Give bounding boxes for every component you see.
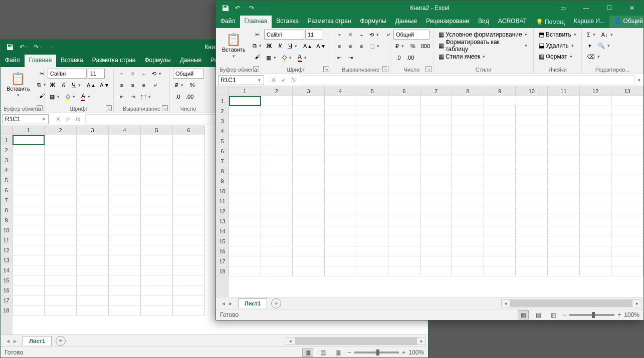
row-header[interactable]: 11 — [1, 235, 13, 245]
cell[interactable] — [173, 205, 205, 215]
cell[interactable] — [484, 206, 516, 216]
row-header[interactable]: 3 — [1, 155, 13, 165]
number-format-input[interactable] — [393, 30, 430, 40]
cell[interactable] — [229, 196, 261, 206]
cell[interactable] — [325, 176, 357, 186]
cell[interactable] — [77, 225, 109, 235]
dec-decimal-icon[interactable]: .00 — [404, 53, 416, 63]
tab-acrobat[interactable]: ACROBAT — [494, 16, 531, 28]
cell[interactable] — [452, 106, 484, 116]
cell[interactable] — [452, 206, 484, 216]
cell[interactable] — [141, 145, 173, 155]
col-header[interactable]: 3 — [77, 125, 109, 135]
cell[interactable] — [13, 285, 45, 295]
cell[interactable] — [293, 96, 325, 106]
row-header[interactable]: 17 — [1, 295, 13, 305]
cell[interactable] — [45, 195, 77, 205]
zoom-in-icon[interactable]: + — [402, 349, 405, 356]
cell[interactable] — [611, 266, 643, 276]
row-header[interactable]: 14 — [1, 265, 13, 275]
cell[interactable] — [141, 195, 173, 205]
italic-button[interactable]: К — [275, 41, 285, 51]
cell[interactable] — [293, 136, 325, 146]
save-icon[interactable] — [5, 42, 16, 53]
cell[interactable] — [484, 246, 516, 256]
sheet-prev-icon[interactable]: ◂ — [7, 337, 10, 344]
col-header[interactable]: 6 — [388, 86, 420, 96]
cell[interactable] — [13, 265, 45, 275]
cell[interactable] — [452, 166, 484, 176]
zoom-level[interactable]: 100% — [408, 349, 424, 356]
cell[interactable] — [356, 256, 388, 266]
minimize-icon[interactable]: — — [574, 1, 597, 16]
cell[interactable] — [77, 135, 109, 145]
cell[interactable] — [516, 156, 548, 166]
cell[interactable] — [325, 126, 357, 136]
cell[interactable] — [77, 165, 109, 175]
cell[interactable] — [548, 106, 580, 116]
cell[interactable] — [548, 216, 580, 226]
borders-icon[interactable]: ▦▾ — [48, 92, 63, 102]
cell-styles-button[interactable]: ▦Стили ячеек▾ — [437, 52, 530, 62]
cell[interactable] — [13, 195, 45, 205]
cell[interactable] — [548, 136, 580, 146]
cell[interactable] — [452, 116, 484, 126]
cell[interactable] — [13, 295, 45, 305]
row-header[interactable]: 16 — [216, 246, 229, 256]
cell[interactable] — [548, 166, 580, 176]
cell[interactable] — [420, 176, 453, 186]
cell[interactable] — [580, 256, 612, 266]
cell[interactable] — [229, 246, 261, 256]
cell[interactable] — [325, 96, 357, 106]
cell[interactable] — [325, 246, 357, 256]
cell[interactable] — [356, 156, 388, 166]
row-header[interactable]: 8 — [216, 166, 229, 176]
cell[interactable] — [611, 186, 643, 196]
insert-cells-button[interactable]: ⬒Вставить▾ — [537, 30, 579, 40]
horizontal-scrollbar[interactable]: ◂▸ — [286, 337, 426, 345]
cell[interactable] — [325, 196, 357, 206]
cell[interactable] — [356, 96, 388, 106]
cell[interactable] — [420, 196, 453, 206]
cell[interactable] — [141, 235, 173, 245]
underline-button[interactable]: Ч▾ — [70, 80, 84, 90]
cell[interactable] — [388, 136, 420, 146]
cell[interactable] — [109, 245, 141, 255]
cell[interactable] — [13, 225, 45, 235]
cell[interactable] — [77, 295, 109, 305]
cell[interactable] — [293, 196, 325, 206]
cell[interactable] — [484, 136, 516, 146]
cell[interactable] — [516, 256, 548, 266]
orientation-icon[interactable]: ⟲▾ — [150, 69, 164, 79]
accept-formula-icon[interactable]: ✓ — [281, 77, 286, 84]
font-size-input[interactable] — [305, 30, 322, 40]
row-header[interactable]: 18 — [216, 266, 229, 276]
cell[interactable] — [293, 266, 325, 276]
cell[interactable] — [516, 126, 548, 136]
cell[interactable] — [548, 236, 580, 246]
cell[interactable] — [109, 195, 141, 205]
row-header[interactable]: 12 — [216, 206, 229, 216]
cell[interactable] — [13, 175, 45, 185]
cell[interactable] — [77, 205, 109, 215]
align-launcher-icon[interactable]: ↘ — [162, 105, 168, 111]
cell[interactable] — [229, 206, 261, 216]
cell[interactable] — [13, 185, 45, 195]
cell[interactable] — [388, 186, 420, 196]
spreadsheet-grid[interactable]: 123456789101112131415161718 123456789101… — [216, 86, 643, 297]
align-launcher-icon[interactable]: ↘ — [382, 66, 388, 72]
cell[interactable] — [388, 176, 420, 186]
cell[interactable] — [484, 236, 516, 246]
cell[interactable] — [293, 116, 325, 126]
cell[interactable] — [109, 285, 141, 295]
qat-more-icon[interactable]: ▾ — [262, 3, 273, 14]
accept-formula-icon[interactable]: ✓ — [66, 116, 71, 123]
merge-icon[interactable]: ⬚▾ — [367, 41, 382, 51]
cell[interactable] — [141, 285, 173, 295]
row-header[interactable]: 7 — [216, 156, 229, 166]
cell[interactable] — [141, 175, 173, 185]
cell[interactable] — [548, 186, 580, 196]
cell[interactable] — [325, 136, 357, 146]
cell[interactable] — [293, 176, 325, 186]
tab-view[interactable]: Вид — [474, 16, 494, 28]
